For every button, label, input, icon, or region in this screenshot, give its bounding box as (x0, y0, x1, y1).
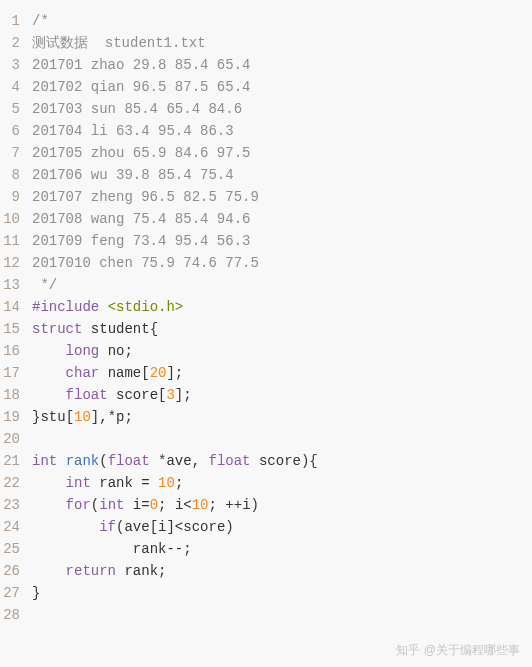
code-line: 5201703 sun 85.4 65.4 84.6 (0, 98, 532, 120)
code-content: /* (26, 10, 49, 32)
code-line: 10201708 wang 75.4 85.4 94.6 (0, 208, 532, 230)
line-number: 16 (0, 340, 26, 362)
line-number: 27 (0, 582, 26, 604)
code-line: 17 char name[20]; (0, 362, 532, 384)
line-number: 10 (0, 208, 26, 230)
watermark: 知乎 @关于编程哪些事 (396, 642, 520, 659)
code-content (26, 604, 32, 626)
code-line: 14#include <stdio.h> (0, 296, 532, 318)
code-content: for(int i=0; i<10; ++i) (26, 494, 259, 516)
code-line: 6201704 li 63.4 95.4 86.3 (0, 120, 532, 142)
line-number: 13 (0, 274, 26, 296)
line-number: 9 (0, 186, 26, 208)
line-number: 28 (0, 604, 26, 626)
code-content: if(ave[i]<score) (26, 516, 234, 538)
code-content: float score[3]; (26, 384, 192, 406)
code-line: 4201702 qian 96.5 87.5 65.4 (0, 76, 532, 98)
code-line: 27} (0, 582, 532, 604)
code-line: 16 long no; (0, 340, 532, 362)
code-content: }stu[10],*p; (26, 406, 133, 428)
code-content: 201701 zhao 29.8 85.4 65.4 (26, 54, 250, 76)
code-line: 18 float score[3]; (0, 384, 532, 406)
code-line: 11201709 feng 73.4 95.4 56.3 (0, 230, 532, 252)
code-line: 7201705 zhou 65.9 84.6 97.5 (0, 142, 532, 164)
line-number: 3 (0, 54, 26, 76)
code-line: 19}stu[10],*p; (0, 406, 532, 428)
line-number: 11 (0, 230, 26, 252)
line-number: 14 (0, 296, 26, 318)
code-line: 20 (0, 428, 532, 450)
code-line: 23 for(int i=0; i<10; ++i) (0, 494, 532, 516)
code-content: 201708 wang 75.4 85.4 94.6 (26, 208, 250, 230)
line-number: 24 (0, 516, 26, 538)
code-content: 201706 wu 39.8 85.4 75.4 (26, 164, 234, 186)
line-number: 4 (0, 76, 26, 98)
line-number: 20 (0, 428, 26, 450)
code-line: 21int rank(float *ave, float score){ (0, 450, 532, 472)
line-number: 26 (0, 560, 26, 582)
code-line: 28 (0, 604, 532, 626)
code-line: 26 return rank; (0, 560, 532, 582)
code-content: 201707 zheng 96.5 82.5 75.9 (26, 186, 259, 208)
code-content: 201709 feng 73.4 95.4 56.3 (26, 230, 250, 252)
code-block: 1/*2测试数据 student1.txt3201701 zhao 29.8 8… (0, 0, 532, 636)
code-content: 201705 zhou 65.9 84.6 97.5 (26, 142, 250, 164)
code-content: struct student{ (26, 318, 158, 340)
line-number: 8 (0, 164, 26, 186)
code-line: 9201707 zheng 96.5 82.5 75.9 (0, 186, 532, 208)
line-number: 15 (0, 318, 26, 340)
code-content: 201704 li 63.4 95.4 86.3 (26, 120, 234, 142)
code-line: 3201701 zhao 29.8 85.4 65.4 (0, 54, 532, 76)
code-content: int rank = 10; (26, 472, 183, 494)
line-number: 21 (0, 450, 26, 472)
code-line: 22 int rank = 10; (0, 472, 532, 494)
code-content: long no; (26, 340, 133, 362)
code-content: 201703 sun 85.4 65.4 84.6 (26, 98, 242, 120)
code-line: 13 */ (0, 274, 532, 296)
code-content: int rank(float *ave, float score){ (26, 450, 318, 472)
code-content: 测试数据 student1.txt (26, 32, 206, 54)
line-number: 6 (0, 120, 26, 142)
line-number: 1 (0, 10, 26, 32)
line-number: 12 (0, 252, 26, 274)
line-number: 2 (0, 32, 26, 54)
code-content: char name[20]; (26, 362, 183, 384)
code-content (26, 428, 32, 450)
code-content: 201702 qian 96.5 87.5 65.4 (26, 76, 250, 98)
code-line: 1/* (0, 10, 532, 32)
line-number: 25 (0, 538, 26, 560)
code-content: rank--; (26, 538, 192, 560)
line-number: 7 (0, 142, 26, 164)
code-line: 2测试数据 student1.txt (0, 32, 532, 54)
line-number: 19 (0, 406, 26, 428)
code-line: 15struct student{ (0, 318, 532, 340)
line-number: 17 (0, 362, 26, 384)
code-content: #include <stdio.h> (26, 296, 183, 318)
line-number: 22 (0, 472, 26, 494)
line-number: 5 (0, 98, 26, 120)
code-content: return rank; (26, 560, 166, 582)
line-number: 18 (0, 384, 26, 406)
code-content: 2017010 chen 75.9 74.6 77.5 (26, 252, 259, 274)
line-number: 23 (0, 494, 26, 516)
code-content: */ (26, 274, 57, 296)
code-content: } (26, 582, 40, 604)
code-line: 25 rank--; (0, 538, 532, 560)
code-line: 24 if(ave[i]<score) (0, 516, 532, 538)
code-line: 122017010 chen 75.9 74.6 77.5 (0, 252, 532, 274)
code-line: 8201706 wu 39.8 85.4 75.4 (0, 164, 532, 186)
